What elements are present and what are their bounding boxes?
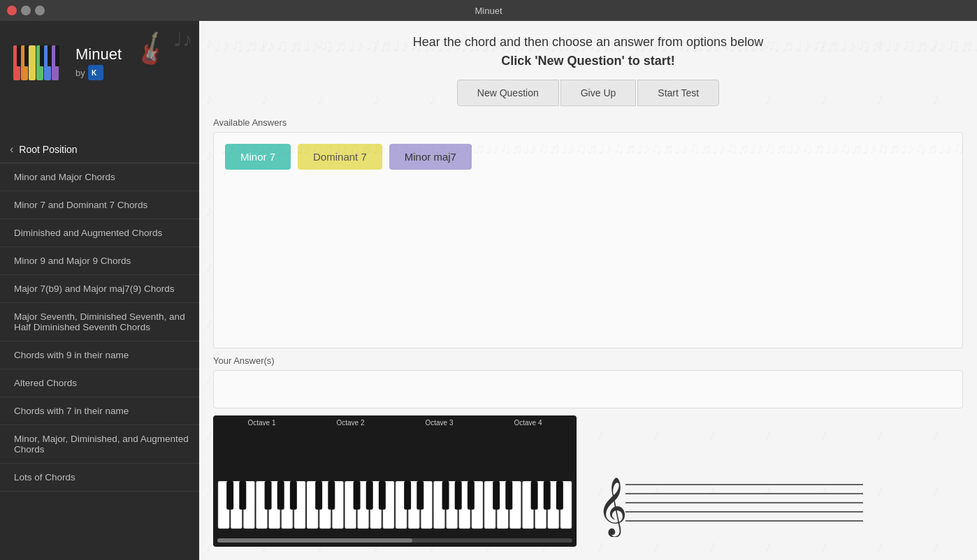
sidebar-item-minor7-dom7[interactable]: Minor 7 and Dominant 7 Chords <box>0 191 199 219</box>
nav-section-root-position[interactable]: ‹ Root Position <box>0 136 199 163</box>
instruction-line1: Hear the chord and then choose an answer… <box>213 35 963 50</box>
window-title: Minuet <box>475 6 502 16</box>
instructions-area: Hear the chord and then choose an answer… <box>213 35 963 68</box>
svg-rect-42 <box>226 481 233 510</box>
nav-section-label: Root Position <box>19 144 77 155</box>
svg-rect-60 <box>544 481 551 510</box>
sidebar: ♩♪ 🎸 <box>0 21 199 560</box>
staff-area: 𝄞 <box>591 467 963 547</box>
answer-chip-dominant7[interactable]: Dominant 7 <box>298 144 382 170</box>
close-button[interactable] <box>7 6 17 15</box>
sidebar-item-major7b9[interactable]: Major 7(b9) and Major maj7(9) Chords <box>0 275 199 303</box>
app-logo <box>10 35 66 91</box>
instruction-line2: Click 'New Question' to start! <box>213 54 963 68</box>
piano-container: Octave 1 Octave 2 Octave 3 Octave 4 <box>213 415 577 547</box>
sidebar-item-lots[interactable]: Lots of Chords <box>0 464 199 492</box>
staff-svg: 𝄞 <box>591 467 870 537</box>
svg-rect-9 <box>40 45 44 66</box>
brand-area: Minuet by K <box>75 45 122 80</box>
start-test-button[interactable]: Start Test <box>637 80 719 106</box>
answers-box: ♩♪♫♬♩♪♫♬♩♪♫♬♩♪♫♬♩♪♫♬♩♪♫♬♩♪♫♬♩♪♫♬♩♪♫♬♩♪♫♬… <box>213 132 963 348</box>
sidebar-item-dim-aug[interactable]: Diminished and Augmented Chords <box>0 219 199 247</box>
svg-text:𝄞: 𝄞 <box>598 478 628 537</box>
action-buttons-row: New Question Give Up Start Test <box>213 80 963 106</box>
brand-name: Minuet <box>75 45 122 64</box>
piano-section: Octave 1 Octave 2 Octave 3 Octave 4 <box>213 415 963 552</box>
give-up-button[interactable]: Give Up <box>560 80 637 106</box>
svg-rect-55 <box>455 481 462 510</box>
svg-rect-44 <box>265 481 272 510</box>
svg-rect-46 <box>290 481 297 510</box>
svg-rect-49 <box>354 481 361 510</box>
svg-rect-3 <box>29 45 36 80</box>
back-arrow-icon: ‹ <box>10 143 13 156</box>
svg-rect-11 <box>55 45 59 66</box>
svg-rect-10 <box>48 45 52 66</box>
octave-label-4: Octave 4 <box>514 419 542 427</box>
sidebar-item-minor-major[interactable]: Minor and Major Chords <box>0 163 199 191</box>
svg-rect-53 <box>417 481 424 510</box>
octave-label-3: Octave 3 <box>425 419 453 427</box>
sidebar-item-chords-7[interactable]: Chords with 7 in their name <box>0 397 199 425</box>
minimize-button[interactable] <box>21 6 31 15</box>
svg-rect-8 <box>24 45 29 66</box>
svg-rect-56 <box>468 481 475 510</box>
titlebar-buttons <box>7 6 45 15</box>
sidebar-item-major-seventh[interactable]: Major Seventh, Diminished Seventh, and H… <box>0 303 199 341</box>
sidebar-item-chords-9[interactable]: Chords with 9 in their name <box>0 341 199 369</box>
svg-rect-54 <box>442 481 449 510</box>
titlebar: Minuet <box>0 0 977 21</box>
svg-rect-61 <box>556 481 563 510</box>
octave-label-1: Octave 1 <box>247 419 275 427</box>
kde-logo: K <box>88 65 103 80</box>
svg-rect-58 <box>505 481 512 510</box>
svg-rect-43 <box>239 481 246 510</box>
brand-by-text: by <box>75 68 85 78</box>
brand-by-line: by K <box>75 65 103 80</box>
svg-text:K: K <box>92 69 97 77</box>
sidebar-item-altered[interactable]: Altered Chords <box>0 369 199 397</box>
svg-rect-51 <box>379 481 386 510</box>
piano-scrollbar-thumb[interactable] <box>217 538 412 543</box>
main-inner: Hear the chord and then choose an answer… <box>199 21 977 560</box>
octave-label-2: Octave 2 <box>336 419 364 427</box>
sidebar-nav: ‹ Root Position Minor and Major Chords M… <box>0 136 199 560</box>
main-content: ♩♪♫♬♩♪♫♬♩♪♫♬♩♪♫♬♩♪♫♬♩♪♫♬♩♪♫♬♩♪♫♬♩♪♫♬♩♪♫♬… <box>199 21 977 560</box>
your-answers-label: Your Answer(s) <box>213 355 963 366</box>
svg-rect-45 <box>277 481 284 510</box>
sidebar-header-area: ♩♪ 🎸 <box>0 21 199 136</box>
new-question-button[interactable]: New Question <box>457 80 559 106</box>
answer-chip-minor7[interactable]: Minor 7 <box>225 144 291 170</box>
app-body: ♩♪ 🎸 <box>0 21 977 560</box>
sidebar-item-min-maj-dim-aug[interactable]: Minor, Major, Diminished, and Augmented … <box>0 425 199 464</box>
sidebar-item-minor9-major9[interactable]: Minor 9 and Major 9 Chords <box>0 247 199 275</box>
answer-chip-minor-maj7[interactable]: Minor maj7 <box>389 144 472 170</box>
your-answers-box <box>213 370 963 408</box>
available-answers-label: Available Answers <box>213 117 963 128</box>
piano-keys-svg[interactable] <box>217 428 572 478</box>
svg-rect-57 <box>493 481 500 510</box>
svg-rect-59 <box>531 481 538 510</box>
svg-rect-50 <box>366 481 373 510</box>
svg-rect-52 <box>404 481 411 510</box>
svg-rect-48 <box>328 481 335 510</box>
svg-rect-47 <box>315 481 322 510</box>
piano-keys-visual[interactable] <box>217 481 572 533</box>
maximize-button[interactable] <box>35 6 45 15</box>
svg-rect-7 <box>17 45 21 66</box>
